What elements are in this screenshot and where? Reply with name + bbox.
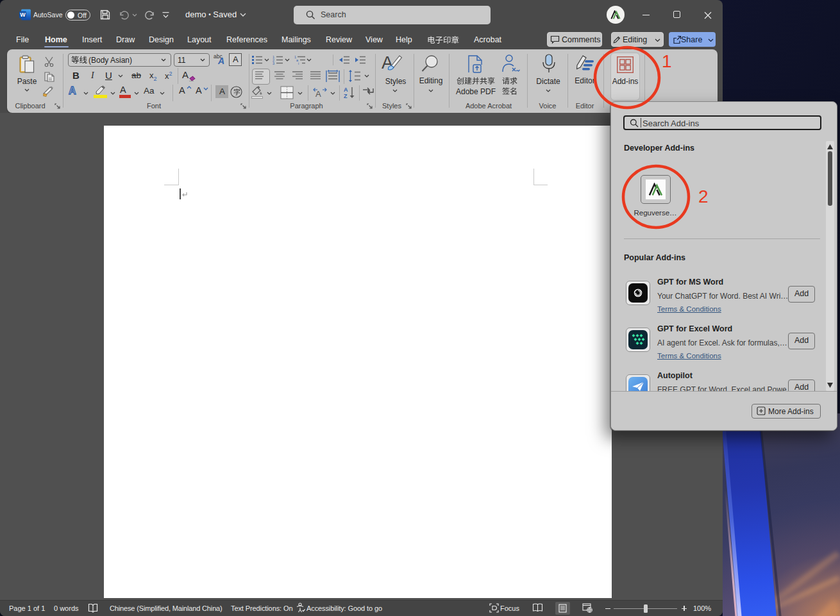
svg-text:3: 3 (273, 62, 274, 65)
svg-text:Z: Z (344, 93, 348, 99)
svg-text:i: i (298, 62, 299, 65)
svg-text:A: A (315, 89, 321, 98)
svg-text:W: W (20, 12, 26, 18)
svg-text:A: A (344, 87, 348, 93)
